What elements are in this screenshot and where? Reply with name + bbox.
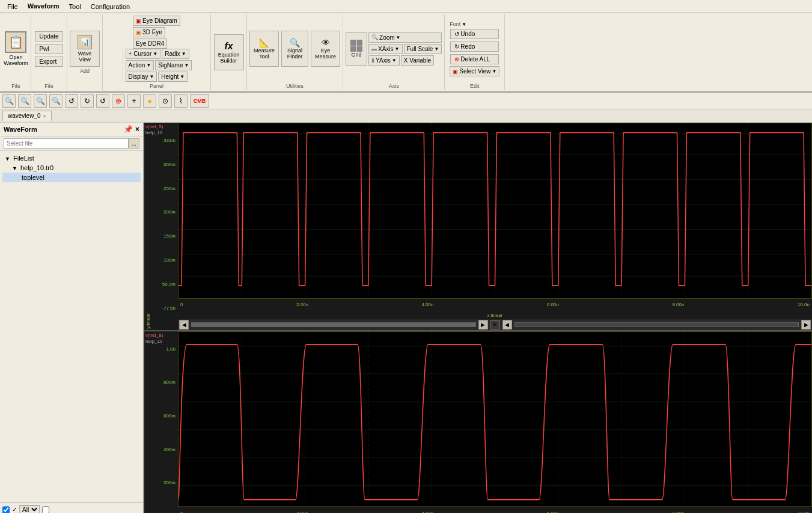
filter-select[interactable]: All [19,505,40,513]
grid-button[interactable]: Grid [346,32,367,66]
undo-button[interactable]: ↺ Undo [450,29,499,39]
wave-view-button[interactable]: 📊 WaveView [70,31,100,67]
action-button[interactable]: Action ▼ [126,60,154,70]
chart1-canvas[interactable] [178,123,812,299]
zoom-in-3-btn[interactable]: 🔍 [34,94,47,108]
toolbar-panel-group: ▣ Eye Diagram ▣ 3D Eye Eye DDR4 + Cursor [103,14,211,90]
chart1-corner[interactable]: ⊞ [490,320,500,330]
pwl-button[interactable]: Pwl [35,44,63,54]
zoom-in-4-btn[interactable]: 🔍 [49,94,63,108]
redo-btn[interactable]: ↻ [81,94,94,108]
full-scale-button[interactable]: Full Scale ▼ [404,44,442,54]
line-btn[interactable]: ⌇ [174,94,188,108]
eq-builder-button[interactable]: fx EquationBuilder [214,34,244,70]
cursor-button[interactable]: + Cursor ▼ [126,49,161,59]
menu-tool[interactable]: Tool [64,2,86,11]
chart1-svg [179,123,811,298]
yaxis-button[interactable]: ▮ YAxis ▼ [368,55,400,66]
chart1-scrolltrack2[interactable] [514,322,799,327]
menu-bar: File Waveform Tool Configuration [0,0,812,13]
chart1-scrollthumb[interactable] [192,323,475,327]
chart1-y1: 300m [163,162,176,167]
zoom-in-2-btn[interactable]: 🔍 [18,94,31,108]
font-arrow: ▼ [462,22,466,27]
yaxis-arrow: ▼ [392,58,397,63]
eye-measure-button[interactable]: 👁 EyeMeasure [311,31,340,67]
radix-button[interactable]: Radix ▼ [162,49,189,59]
menu-file[interactable]: File [2,2,23,11]
x-variable-button[interactable]: X Variable [401,55,434,66]
3d-eye-button[interactable]: ▣ 3D Eye [133,27,165,37]
sidebar-close-icon[interactable]: × [135,125,139,134]
export-button[interactable]: Export [35,57,63,67]
sidebar-signals: ✓ All v(net_5) v(net_8) [0,502,143,513]
delete-all-icon: ⊗ [454,56,459,63]
chart1-xlabel-row: x:linear [178,311,812,319]
menu-configuration[interactable]: Configuration [86,2,135,11]
fx-label: fx [224,41,233,52]
tab-close-btn[interactable]: × [43,113,46,119]
chart1-ctrl4[interactable]: ▶ [801,320,811,330]
filter-checkbox[interactable] [2,506,10,514]
chart2-plot-area: 0 2.00n 4.00n 6.00n 8.00n 10.0n x:linear [178,331,812,514]
undo2-btn[interactable]: ↺ [96,94,109,108]
tree-module[interactable]: toplevel [2,173,141,182]
font-label: Font [450,21,460,27]
filter-checkbox2[interactable] [42,506,49,514]
circle-btn[interactable]: ● [143,94,156,108]
eye-diagram-button[interactable]: ▣ Eye Diagram [133,16,180,26]
signal-finder-label: SignalFinder [287,48,303,60]
tree-file[interactable]: ▼ help_10.tr0 [2,163,141,173]
measure-tool-button[interactable]: 📐 MeasureTool [249,31,279,67]
redo-button[interactable]: ↻ Redo [450,41,499,52]
target-btn[interactable]: ⊙ [159,94,172,108]
search-input[interactable] [4,138,129,149]
chart1-x5: 10.0n [798,302,810,307]
wave-view-label: WaveView [78,51,92,63]
chart1-ctrl3[interactable]: ◀ [502,320,512,330]
chart1-scrolltrack[interactable] [191,322,476,327]
menu-waveform[interactable]: Waveform [23,1,64,12]
display-button[interactable]: Display ▼ [126,72,157,82]
chart-area: v(net_5) help_10 333m 300m 250m 200m 150… [144,123,812,513]
display-arrow: ▼ [149,74,154,79]
signame-button[interactable]: SigName ▼ [155,60,192,70]
chart1-ctrl2[interactable]: ▶ [478,320,488,330]
chart1-y6: 50.0m [162,281,176,287]
chart1-y2: 250m [163,186,176,191]
select-view-button[interactable]: ▣ Select View ▼ [450,66,499,76]
cursor-arrow: ▼ [153,51,157,57]
xaxis-button[interactable]: ▬ XAxis ▼ [368,44,402,54]
signal-finder-button[interactable]: 🔍 SignalFinder [281,31,308,67]
undo-btn[interactable]: ↺ [65,94,78,108]
chart1-xlabels: 0 2.00n 4.00n 6.00n 8.00n 10.0n [178,302,812,307]
sidebar-header: WaveForm 📌 × [0,123,143,137]
chart1-x1: 2.00n [296,302,308,307]
eye-ddr4-button[interactable]: Eye DDR4 [133,38,167,49]
wave-view-icon: 📊 [78,35,92,49]
file-label: help_10.tr0 [20,164,53,171]
open-waveform-icon: 📋 [5,31,26,53]
chart2-canvas[interactable] [178,331,812,508]
sidebar-pin-icon[interactable]: 📌 [124,125,133,134]
chart2-labels: v(net_8) help_10 1.00 800m 600m 400m 200… [144,331,178,514]
stop-btn[interactable]: ⊗ [112,94,125,108]
toolbar-axis-group: Grid 🔍 Zoom ▼ ▬ XAxis ▼ [343,14,445,90]
height-button[interactable]: Height ▼ [158,72,188,82]
tab-bar: waveview_0 × [0,109,812,123]
chart1-file: help_10 [145,130,177,135]
chart1-plot-area: 0 2.00n 4.00n 6.00n 8.00n 10.0n x:linear [178,123,812,330]
update-button[interactable]: Update [35,31,63,41]
delete-all-button[interactable]: ⊗ Delete ALL [450,54,499,64]
chart1-ctrl1[interactable]: ◀ [179,320,189,330]
cmb-btn[interactable]: CMB [190,94,209,108]
add-btn[interactable]: + [127,94,141,108]
zoom-button[interactable]: 🔍 Zoom ▼ [368,32,442,43]
tree-filelist[interactable]: ▼ FileList [2,153,141,163]
chart2-signal: v(net_8) [145,333,177,338]
search-dots-btn[interactable]: ... [129,138,139,149]
waveview-tab[interactable]: waveview_0 × [2,111,52,121]
zoom-in-btn[interactable]: 🔍 [2,94,16,108]
file-arrow: ▼ [12,165,17,171]
eq-builder-label: EquationBuilder [218,52,240,64]
